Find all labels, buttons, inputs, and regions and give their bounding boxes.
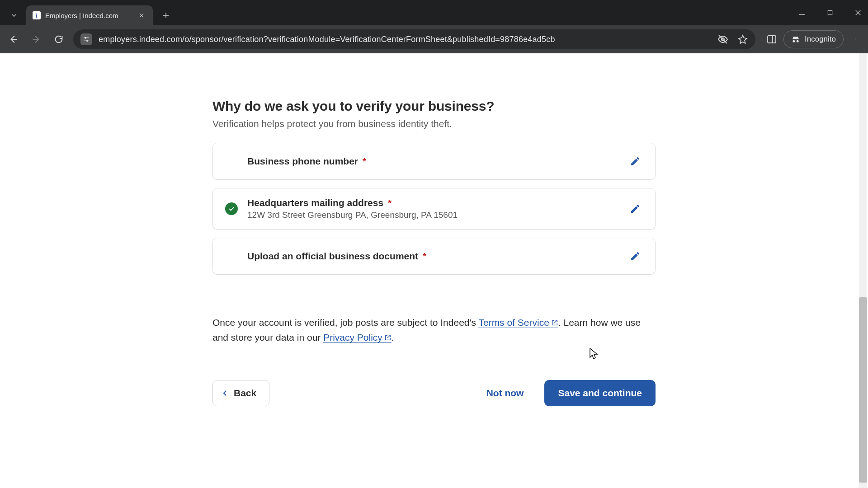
address-bar: employers.indeed.com/o/sponsor/verificat… [0, 25, 868, 53]
scrollbar-thumb[interactable] [859, 297, 867, 483]
action-row: Back Not now Save and continue [212, 380, 656, 406]
card-body: Upload an official business document * [247, 251, 618, 262]
pencil-icon [630, 156, 641, 167]
edit-button[interactable] [626, 247, 644, 265]
external-link-icon [551, 315, 558, 330]
edit-button[interactable] [626, 152, 644, 170]
card-hq-address[interactable]: Headquarters mailing address * 12W 3rd S… [212, 188, 656, 230]
kebab-icon [855, 34, 858, 44]
tab-close-button[interactable] [137, 10, 146, 20]
back-label: Back [234, 388, 256, 399]
plus-icon [162, 11, 170, 19]
viewport: Why do we ask you to verify your busines… [0, 53, 868, 488]
back-button[interactable]: Back [212, 380, 269, 406]
card-value: 12W 3rd Street Greensburg PA, Greensburg… [247, 210, 618, 220]
card-title: Upload an official business document * [247, 251, 618, 262]
required-star: * [423, 251, 426, 261]
site-info-button[interactable] [80, 33, 92, 45]
terms-of-service-link[interactable]: Terms of Service [478, 317, 558, 328]
not-now-button[interactable]: Not now [476, 380, 535, 406]
card-title-text: Headquarters mailing address [247, 197, 383, 208]
card-title-text: Upload an official business document [247, 251, 418, 261]
eye-off-button[interactable] [717, 34, 728, 45]
incognito-icon [791, 35, 800, 44]
window-close-button[interactable] [852, 6, 864, 19]
nav-reload-button[interactable] [51, 31, 67, 47]
status-slot [224, 202, 239, 215]
svg-point-6 [855, 39, 855, 39]
required-star: * [388, 197, 392, 208]
tos-text: Terms of Service [478, 317, 549, 328]
legal-pre: Once your account is verified, job posts… [212, 317, 478, 328]
tab-strip: i Employers | Indeed.com [0, 0, 868, 25]
window-controls [796, 0, 864, 25]
save-continue-button[interactable]: Save and continue [544, 380, 656, 406]
browser-menu-button[interactable] [850, 31, 863, 47]
nav-forward-button[interactable] [28, 31, 44, 47]
tab-search-button[interactable] [4, 5, 24, 25]
window-minimize-button[interactable] [796, 6, 808, 19]
window-maximize-button[interactable] [824, 6, 836, 19]
close-icon [138, 12, 145, 19]
incognito-indicator[interactable]: Incognito [783, 30, 844, 48]
incognito-label: Incognito [805, 35, 836, 44]
url-text: employers.indeed.com/o/sponsor/verificat… [99, 35, 555, 44]
edit-button[interactable] [626, 200, 644, 218]
privacy-text: Privacy Policy [323, 332, 382, 343]
card-title-text: Business phone number [247, 156, 358, 166]
page-title: Why do we ask you to verify your busines… [212, 99, 656, 114]
card-upload-document[interactable]: Upload an official business document * [212, 238, 656, 275]
chevron-left-icon [221, 389, 229, 397]
svg-point-5 [855, 38, 855, 38]
verification-card-list: Business phone number * [212, 143, 656, 275]
legal-post: . [392, 332, 394, 343]
new-tab-button[interactable] [157, 7, 175, 24]
page: Why do we ask you to verify your busines… [0, 53, 868, 488]
browser-chrome: i Employers | Indeed.com [0, 0, 868, 53]
side-panel-button[interactable] [766, 34, 777, 45]
required-star: * [363, 156, 366, 166]
main-content: Why do we ask you to verify your busines… [212, 53, 656, 406]
pencil-icon [630, 251, 641, 262]
card-business-phone[interactable]: Business phone number * [212, 143, 656, 180]
svg-rect-4 [768, 36, 776, 43]
nav-back-button[interactable] [5, 31, 22, 47]
reload-icon [54, 34, 64, 44]
card-title: Headquarters mailing address * [247, 197, 618, 208]
legal-text: Once your account is verified, job posts… [212, 315, 656, 345]
privacy-policy-link[interactable]: Privacy Policy [323, 332, 392, 343]
chevron-down-icon [10, 11, 18, 19]
tune-icon [83, 36, 90, 43]
arrow-right-icon [31, 34, 41, 44]
external-link-icon [384, 330, 392, 345]
card-body: Headquarters mailing address * 12W 3rd S… [247, 197, 618, 220]
svg-rect-0 [828, 10, 832, 14]
check-icon [228, 205, 235, 212]
minimize-icon [798, 9, 806, 17]
svg-point-7 [855, 40, 855, 40]
arrow-left-icon [9, 34, 19, 44]
tab-title: Employers | Indeed.com [45, 12, 132, 19]
card-title: Business phone number * [247, 156, 618, 167]
browser-tab[interactable]: i Employers | Indeed.com [26, 5, 153, 25]
maximize-icon [826, 9, 834, 16]
toolbar-right: Incognito [766, 30, 863, 48]
page-subtitle: Verification helps protect you from busi… [212, 118, 656, 129]
star-icon [737, 34, 748, 45]
omnibox[interactable]: employers.indeed.com/o/sponsor/verificat… [73, 29, 755, 49]
favicon-icon: i [33, 11, 41, 19]
card-body: Business phone number * [247, 156, 618, 167]
panel-icon [766, 34, 777, 45]
eye-off-icon [717, 34, 728, 45]
close-icon [854, 9, 862, 17]
bookmark-button[interactable] [737, 34, 748, 45]
check-badge [225, 202, 238, 215]
pencil-icon [630, 203, 641, 214]
